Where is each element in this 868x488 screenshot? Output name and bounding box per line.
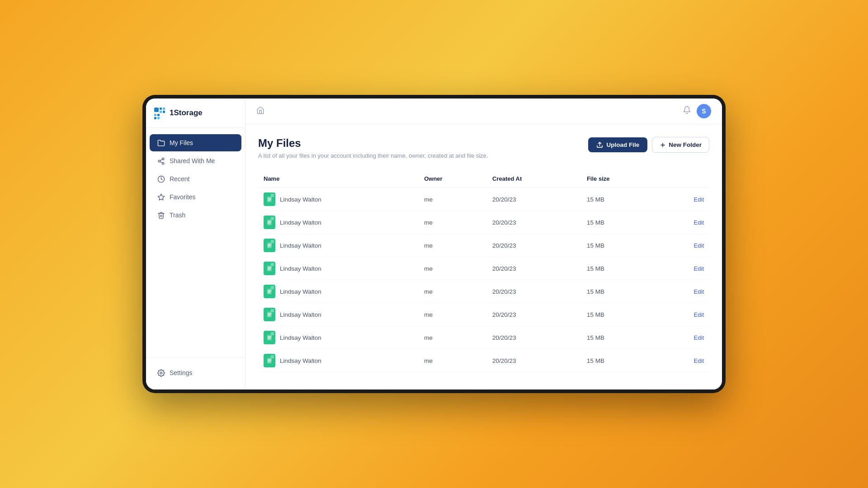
sidebar-item-trash[interactable]: Trash (150, 206, 241, 224)
file-size-5: 15 MB (581, 303, 660, 326)
svg-rect-7 (154, 117, 156, 119)
file-name-cell-7: Lindsay Walton (258, 349, 419, 372)
col-created: Created At (487, 172, 581, 188)
file-action-0: Edit (660, 188, 709, 211)
file-name-cell-4: Lindsay Walton (258, 280, 419, 303)
sidebar-item-my-files[interactable]: My Files (150, 134, 241, 151)
sidebar-bottom: Settings (146, 357, 245, 389)
plus-icon (660, 142, 666, 148)
svg-rect-4 (163, 111, 165, 113)
file-owner-4: me (419, 280, 487, 303)
sidebar-item-favorites[interactable]: Favorites (150, 188, 241, 206)
file-owner-6: me (419, 326, 487, 349)
col-name: Name (258, 172, 419, 188)
sidebar-item-shared[interactable]: Shared With Me (150, 152, 241, 169)
edit-button-1[interactable]: Edit (694, 219, 704, 226)
table-row: Lindsay Walton me 20/20/23 15 MB Edit (258, 280, 709, 303)
file-owner-1: me (419, 211, 487, 234)
upload-icon (596, 141, 603, 148)
clock-icon (157, 175, 165, 183)
table-header: Name Owner Created At File size (258, 172, 709, 188)
file-size-2: 15 MB (581, 234, 660, 257)
bell-icon[interactable] (683, 106, 691, 117)
topbar-right: S (683, 104, 711, 118)
col-owner: Owner (419, 172, 487, 188)
sidebar-item-label-trash: Trash (170, 211, 185, 219)
settings-icon (157, 369, 165, 377)
file-name-cell-6: Lindsay Walton (258, 326, 419, 349)
edit-button-6[interactable]: Edit (694, 334, 704, 341)
edit-button-4[interactable]: Edit (694, 288, 704, 295)
file-action-2: Edit (660, 234, 709, 257)
file-created-6: 20/20/23 (487, 326, 581, 349)
svg-rect-0 (154, 108, 159, 112)
table-row: Lindsay Walton me 20/20/23 15 MB Edit (258, 211, 709, 234)
table-row: Lindsay Walton me 20/20/23 15 MB Edit (258, 326, 709, 349)
upload-button-label: Upload File (606, 141, 639, 148)
page-header: My Files A list of all your files in you… (258, 137, 709, 159)
topbar-left (256, 106, 264, 117)
table-body: Lindsay Walton me 20/20/23 15 MB Edit Li… (258, 188, 709, 372)
file-name-6: Lindsay Walton (280, 334, 321, 341)
file-icon-7 (264, 354, 275, 367)
page-header-left: My Files A list of all your files in you… (258, 137, 488, 159)
file-size-6: 15 MB (581, 326, 660, 349)
svg-rect-2 (163, 108, 165, 110)
table-row: Lindsay Walton me 20/20/23 15 MB Edit (258, 257, 709, 280)
file-name-cell-2: Lindsay Walton (258, 234, 419, 257)
file-owner-3: me (419, 257, 487, 280)
file-name-cell-0: Lindsay Walton (258, 188, 419, 211)
table-row: Lindsay Walton me 20/20/23 15 MB Edit (258, 349, 709, 372)
new-folder-button[interactable]: New Folder (652, 137, 709, 153)
svg-rect-8 (157, 117, 160, 119)
upload-file-button[interactable]: Upload File (588, 137, 647, 152)
col-action (660, 172, 709, 188)
edit-button-5[interactable]: Edit (694, 311, 704, 318)
avatar[interactable]: S (697, 104, 711, 118)
edit-button-3[interactable]: Edit (694, 265, 704, 272)
app-name: 1Storage (170, 108, 203, 117)
settings-label: Settings (170, 369, 193, 376)
file-action-7: Edit (660, 349, 709, 372)
file-size-0: 15 MB (581, 188, 660, 211)
svg-rect-5 (154, 114, 156, 116)
files-table: Name Owner Created At File size (258, 172, 709, 372)
file-icon-6 (264, 331, 275, 344)
svg-rect-3 (160, 111, 162, 113)
edit-button-0[interactable]: Edit (694, 196, 704, 203)
sidebar-item-label-my-files: My Files (170, 139, 193, 146)
file-icon-2 (264, 239, 275, 252)
sidebar-item-label-favorites: Favorites (170, 193, 196, 201)
page-header-actions: Upload File New Folder (588, 137, 709, 153)
svg-line-12 (160, 161, 162, 163)
file-created-0: 20/20/23 (487, 188, 581, 211)
file-owner-2: me (419, 234, 487, 257)
file-created-7: 20/20/23 (487, 349, 581, 372)
file-created-3: 20/20/23 (487, 257, 581, 280)
file-name-2: Lindsay Walton (280, 242, 321, 249)
file-action-3: Edit (660, 257, 709, 280)
file-icon-3 (264, 262, 275, 275)
topbar: S (245, 99, 722, 124)
sidebar-item-settings[interactable]: Settings (150, 364, 241, 381)
file-name-cell-3: Lindsay Walton (258, 257, 419, 280)
sidebar-logo: 1Storage (146, 99, 245, 128)
sidebar-item-label-shared: Shared With Me (170, 157, 215, 164)
page-title: My Files (258, 137, 488, 150)
sidebar-item-recent[interactable]: Recent (150, 170, 241, 188)
file-created-5: 20/20/23 (487, 303, 581, 326)
file-icon-5 (264, 308, 275, 321)
file-size-7: 15 MB (581, 349, 660, 372)
file-action-5: Edit (660, 303, 709, 326)
svg-marker-15 (158, 194, 164, 200)
edit-button-7[interactable]: Edit (694, 357, 704, 364)
file-owner-0: me (419, 188, 487, 211)
home-icon[interactable] (256, 106, 264, 117)
file-created-1: 20/20/23 (487, 211, 581, 234)
edit-button-2[interactable]: Edit (694, 242, 704, 249)
svg-rect-6 (157, 114, 160, 116)
file-action-1: Edit (660, 211, 709, 234)
folder-icon (157, 139, 165, 147)
file-owner-7: me (419, 349, 487, 372)
app-window: 1Storage My Files (146, 99, 722, 389)
